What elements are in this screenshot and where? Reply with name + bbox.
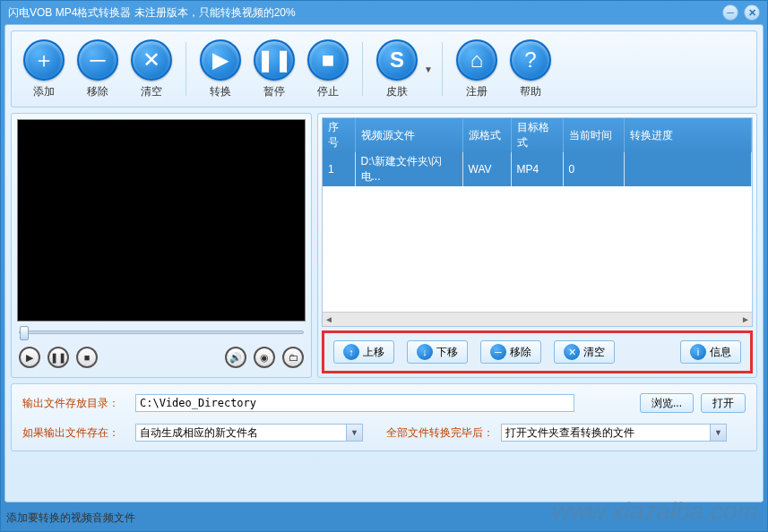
output-directory-input[interactable] <box>135 394 574 412</box>
preview-panel: ▶ ❚❚ ■ 🔊 ◉ 🗀 <box>11 113 312 378</box>
skin-dropdown[interactable]: S 皮肤 ▼ <box>372 39 433 99</box>
add-button[interactable]: ＋ 添加 <box>19 39 69 99</box>
window-buttons: ─ ✕ <box>722 4 760 21</box>
player-pause-button[interactable]: ❚❚ <box>47 347 69 368</box>
horizontal-scrollbar[interactable]: ◄► <box>323 312 752 326</box>
chevron-down-icon: ▼ <box>710 425 726 441</box>
home-icon: ⌂ <box>456 39 497 81</box>
convert-button[interactable]: ▶ 转换 <box>195 39 246 99</box>
open-button[interactable]: 打开 <box>701 393 746 413</box>
slider-thumb[interactable] <box>20 326 29 340</box>
chevron-down-icon: ▼ <box>346 425 362 441</box>
separator <box>442 42 443 96</box>
chevron-down-icon: ▼ <box>424 64 433 74</box>
separator <box>362 42 363 96</box>
pause-icon: ❚❚ <box>254 39 295 81</box>
output-settings-panel: 输出文件存放目录： 浏览... 打开 如果输出文件存在： 自动生成相应的新文件名… <box>11 383 757 451</box>
player-controls: ▶ ❚❚ ■ 🔊 ◉ 🗀 <box>17 343 306 372</box>
exists-label: 如果输出文件存在： <box>22 425 128 441</box>
col-progress[interactable]: 转换进度 <box>624 118 752 152</box>
list-action-bar: ↑上移 ↓下移 ─移除 ✕清空 i信息 <box>322 330 753 373</box>
col-index[interactable]: 序号 <box>323 118 355 152</box>
separator <box>186 42 186 96</box>
arrow-down-icon: ↓ <box>417 344 433 360</box>
stop-button[interactable]: ■ 停止 <box>303 39 353 99</box>
titlebar: 闪电VOB MP4格式转换器 未注册版本，只能转换视频的20% ─ ✕ <box>1 1 767 24</box>
outdir-label: 输出文件存放目录： <box>22 396 128 411</box>
status-bar: 添加要转换的视频音频文件 <box>6 511 135 526</box>
skin-icon: S <box>376 39 418 81</box>
play-icon: ▶ <box>200 39 241 81</box>
list-clear-button[interactable]: ✕清空 <box>554 340 615 364</box>
close-button[interactable]: ✕ <box>744 4 760 21</box>
minimize-button[interactable]: ─ <box>722 4 738 21</box>
move-up-button[interactable]: ↑上移 <box>333 340 394 364</box>
remove-button[interactable]: ─ 移除 <box>73 39 123 99</box>
player-play-button[interactable]: ▶ <box>19 347 40 368</box>
browse-button[interactable]: 浏览... <box>640 393 694 413</box>
x-icon: ✕ <box>131 39 172 81</box>
minus-icon: ─ <box>77 39 118 81</box>
grid-header-row: 序号 视频源文件 源格式 目标格式 当前时间 转换进度 <box>323 118 752 152</box>
list-remove-button[interactable]: ─移除 <box>480 340 541 364</box>
info-icon: i <box>690 344 706 360</box>
col-source[interactable]: 视频源文件 <box>355 118 462 152</box>
move-down-button[interactable]: ↓下移 <box>407 340 468 364</box>
arrow-up-icon: ↑ <box>343 344 359 360</box>
seek-slider[interactable] <box>17 322 306 343</box>
stop-icon: ■ <box>307 39 349 81</box>
after-label: 全部文件转换完毕后： <box>386 425 494 441</box>
client-area: ＋ 添加 ─ 移除 ✕ 清空 ▶ 转换 ❚❚ 暂停 ■ 停止 <box>4 24 764 502</box>
minus-icon: ─ <box>490 344 506 360</box>
middle-row: ▶ ❚❚ ■ 🔊 ◉ 🗀 序号 视频源文件 源格式 <box>11 113 757 378</box>
player-stop-button[interactable]: ■ <box>76 347 98 368</box>
col-srcfmt[interactable]: 源格式 <box>462 118 511 152</box>
clear-button[interactable]: ✕ 清空 <box>126 39 177 99</box>
col-curtime[interactable]: 当前时间 <box>563 118 624 152</box>
help-button[interactable]: ? 帮助 <box>505 39 556 99</box>
plus-icon: ＋ <box>23 39 65 81</box>
main-toolbar: ＋ 添加 ─ 移除 ✕ 清空 ▶ 转换 ❚❚ 暂停 ■ 停止 <box>11 30 757 107</box>
col-tgtfmt[interactable]: 目标格式 <box>511 118 563 152</box>
file-exists-combo[interactable]: 自动生成相应的新文件名▼ <box>135 424 363 442</box>
pause-button[interactable]: ❚❚ 暂停 <box>249 39 299 99</box>
table-row[interactable]: 1 D:\新建文件夹\闪电... WAV MP4 0 <box>323 152 752 186</box>
file-list-panel: 序号 视频源文件 源格式 目标格式 当前时间 转换进度 1 D:\新建文件夹\闪… <box>317 113 757 378</box>
window-title: 闪电VOB MP4格式转换器 未注册版本，只能转换视频的20% <box>8 5 722 21</box>
file-grid[interactable]: 序号 视频源文件 源格式 目标格式 当前时间 转换进度 1 D:\新建文件夹\闪… <box>322 117 753 327</box>
snapshot-button[interactable]: ◉ <box>254 347 275 368</box>
info-button[interactable]: i信息 <box>680 340 741 364</box>
app-window: 闪电VOB MP4格式转换器 未注册版本，只能转换视频的20% ─ ✕ ＋ 添加… <box>0 0 768 532</box>
x-icon: ✕ <box>564 344 580 360</box>
volume-button[interactable]: 🔊 <box>225 347 246 368</box>
after-convert-combo[interactable]: 打开文件夹查看转换的文件▼ <box>501 424 727 442</box>
video-preview <box>17 119 306 322</box>
help-icon: ? <box>510 39 551 81</box>
register-button[interactable]: ⌂ 注册 <box>452 39 502 99</box>
folder-button[interactable]: 🗀 <box>282 347 304 368</box>
